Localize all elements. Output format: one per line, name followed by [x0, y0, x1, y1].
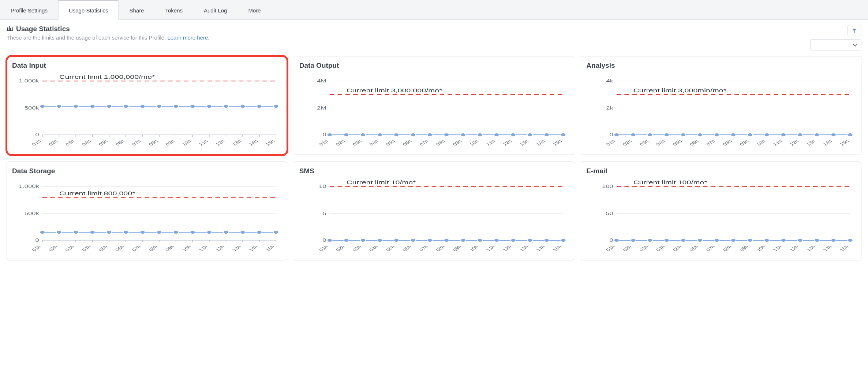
- svg-text:04h: 04h: [655, 139, 667, 147]
- svg-text:07h: 07h: [418, 244, 430, 252]
- svg-text:07h: 07h: [131, 244, 142, 252]
- svg-text:09h: 09h: [738, 139, 750, 147]
- card-sms: SMS051001h02h03h04h05h06h07h08h09h10h11h…: [294, 162, 575, 260]
- svg-point-50: [140, 105, 145, 108]
- svg-text:0: 0: [610, 132, 614, 137]
- tab-audit-log[interactable]: Audit Log: [193, 0, 237, 20]
- svg-point-166: [848, 133, 853, 137]
- svg-text:06h: 06h: [114, 139, 126, 147]
- svg-text:08h: 08h: [722, 139, 733, 147]
- svg-point-323: [764, 239, 770, 242]
- svg-text:14h: 14h: [535, 139, 546, 147]
- svg-text:500k: 500k: [25, 105, 39, 110]
- card-title: Data Storage: [12, 167, 282, 175]
- svg-text:11h: 11h: [198, 139, 209, 147]
- svg-point-55: [224, 105, 229, 108]
- svg-text:11h: 11h: [484, 244, 496, 252]
- chart-data_output: 02M4M01h02h03h04h05h06h07h08h09h10h11h12…: [299, 75, 569, 148]
- card-title: Data Input: [12, 62, 282, 70]
- svg-point-155: [664, 133, 669, 137]
- svg-text:13h: 13h: [231, 139, 243, 147]
- svg-point-210: [106, 231, 112, 234]
- svg-text:5: 5: [322, 211, 326, 216]
- svg-text:03h: 03h: [351, 244, 363, 252]
- svg-point-261: [344, 239, 349, 242]
- svg-point-54: [207, 105, 212, 108]
- svg-text:12h: 12h: [789, 139, 800, 147]
- svg-text:03h: 03h: [64, 244, 76, 252]
- tab-share[interactable]: Share: [119, 0, 154, 20]
- svg-text:02h: 02h: [334, 244, 346, 252]
- svg-text:02h: 02h: [47, 139, 59, 147]
- svg-point-57: [257, 105, 262, 108]
- svg-point-268: [460, 239, 465, 242]
- profile-badge-button[interactable]: T: [847, 25, 861, 36]
- svg-point-206: [40, 231, 45, 234]
- svg-text:Current limit 10/mo*: Current limit 10/mo*: [347, 180, 416, 185]
- svg-point-100: [360, 133, 366, 137]
- svg-text:01h: 01h: [605, 139, 617, 147]
- svg-point-320: [714, 239, 719, 242]
- svg-text:06h: 06h: [688, 244, 700, 252]
- svg-text:05h: 05h: [671, 244, 683, 252]
- svg-text:12h: 12h: [789, 244, 800, 252]
- svg-text:01h: 01h: [31, 139, 42, 147]
- svg-point-112: [561, 133, 566, 137]
- svg-point-325: [798, 239, 803, 242]
- svg-text:02h: 02h: [622, 244, 633, 252]
- svg-point-106: [460, 133, 465, 137]
- tab-profile-settings[interactable]: Profile Settings: [0, 0, 58, 20]
- tab-more[interactable]: More: [237, 0, 271, 20]
- svg-point-263: [377, 239, 382, 242]
- svg-point-271: [510, 239, 516, 242]
- card-analysis: Analysis02k4k01h02h03h04h05h06h07h08h09h…: [581, 56, 861, 155]
- svg-text:06h: 06h: [688, 139, 700, 147]
- card-email: E-mail05010001h02h03h04h05h06h07h08h09h1…: [581, 162, 861, 260]
- svg-point-102: [394, 133, 399, 137]
- svg-point-111: [544, 133, 549, 137]
- svg-point-274: [561, 239, 566, 242]
- range-dropdown[interactable]: [810, 39, 861, 51]
- charts-grid: Data Input0500k1.000k01h02h03h04h05h06h0…: [7, 56, 861, 260]
- svg-text:06h: 06h: [401, 244, 413, 252]
- svg-text:15h: 15h: [551, 139, 563, 147]
- chart-analysis: 02k4k01h02h03h04h05h06h07h08h09h10h11h12…: [586, 75, 856, 148]
- svg-text:500k: 500k: [25, 211, 39, 216]
- card-title: Data Output: [299, 62, 569, 70]
- svg-point-153: [631, 133, 636, 137]
- svg-point-51: [157, 105, 162, 108]
- svg-text:04h: 04h: [368, 244, 379, 252]
- svg-point-152: [614, 133, 619, 137]
- tab-tokens[interactable]: Tokens: [154, 0, 193, 20]
- card-title: Analysis: [586, 62, 856, 70]
- svg-text:01h: 01h: [605, 244, 617, 252]
- tab-usage-statistics[interactable]: Usage Statistics: [58, 0, 119, 20]
- svg-point-322: [748, 239, 753, 242]
- svg-point-46: [73, 105, 78, 108]
- svg-text:04h: 04h: [81, 244, 93, 252]
- svg-point-328: [848, 239, 853, 242]
- svg-text:08h: 08h: [722, 244, 733, 252]
- svg-point-98: [327, 133, 332, 137]
- svg-text:15h: 15h: [839, 139, 850, 147]
- svg-text:12h: 12h: [501, 139, 513, 147]
- learn-more-link[interactable]: Learn more here.: [167, 34, 209, 41]
- svg-text:06h: 06h: [114, 244, 126, 252]
- svg-point-49: [123, 105, 128, 108]
- tab-strip: Profile Settings Usage Statistics Share …: [0, 0, 868, 20]
- svg-text:04h: 04h: [81, 139, 93, 147]
- svg-point-216: [207, 231, 212, 234]
- chart-data_storage: 0500k1.000k01h02h03h04h05h06h07h08h09h10…: [12, 180, 282, 253]
- svg-text:01h: 01h: [318, 244, 329, 252]
- svg-text:01h: 01h: [31, 244, 42, 252]
- svg-text:10: 10: [319, 184, 326, 189]
- page-subtitle: These are the limits and the usage of ea…: [7, 34, 166, 41]
- svg-text:12h: 12h: [214, 244, 226, 252]
- svg-point-107: [477, 133, 482, 137]
- svg-text:14h: 14h: [248, 139, 259, 147]
- svg-text:13h: 13h: [805, 139, 817, 147]
- svg-point-158: [714, 133, 719, 137]
- svg-text:13h: 13h: [518, 139, 530, 147]
- svg-text:08h: 08h: [147, 139, 159, 147]
- svg-point-156: [681, 133, 686, 137]
